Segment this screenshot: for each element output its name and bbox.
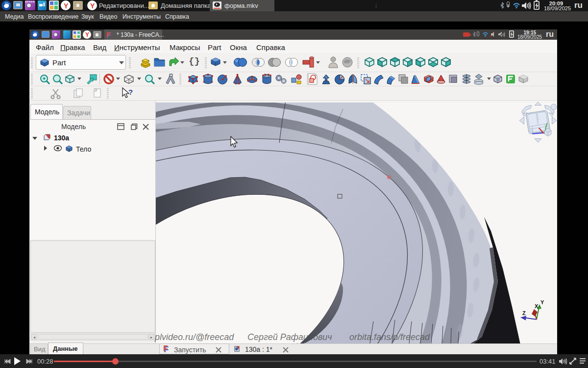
svg-text:Z: Z: [522, 310, 526, 316]
svg-text:X: X: [535, 303, 539, 309]
svg-text:?: ?: [128, 88, 133, 96]
svg-text:Y: Y: [540, 299, 544, 305]
